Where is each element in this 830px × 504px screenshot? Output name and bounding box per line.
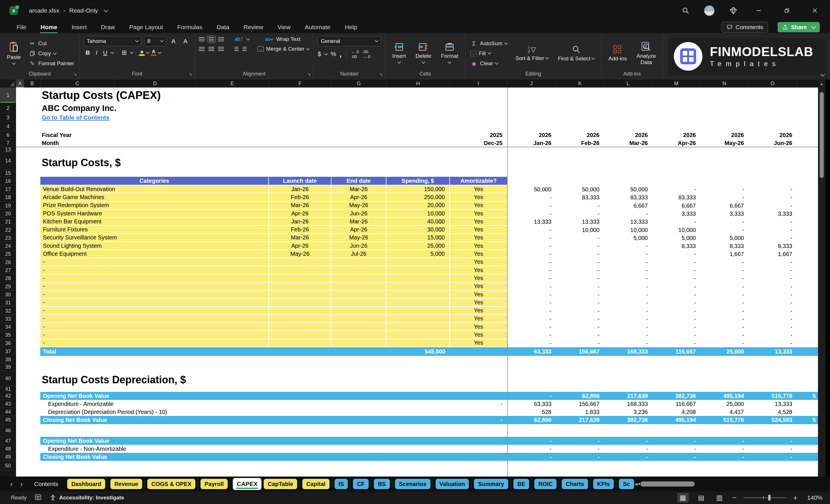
menu-tab-draw[interactable]: Draw	[100, 23, 116, 32]
capex-table-header[interactable]: End date	[331, 177, 386, 185]
depreciation-value-cell[interactable]: -	[556, 437, 600, 445]
monthly-spend-cell[interactable]: -	[652, 291, 696, 298]
row-header-33[interactable]: 33	[0, 315, 16, 323]
align-top-icon[interactable]	[199, 37, 204, 41]
capex-table-cell[interactable]	[269, 291, 331, 298]
monthly-spend-cell[interactable]: -	[556, 291, 600, 298]
monthly-spend-cell[interactable]: -	[507, 323, 551, 331]
depreciation-value-cell[interactable]: -	[507, 437, 551, 445]
column-header-K[interactable]: K	[556, 80, 604, 88]
capex-table-cell[interactable]: Apr-26	[331, 226, 386, 234]
table-of-contents-link[interactable]: Go to Table of Contents	[42, 113, 213, 122]
underline-button[interactable]: U	[101, 49, 109, 56]
orientation-button[interactable]: ab⤴	[234, 36, 243, 42]
monthly-spend-cell[interactable]: -	[604, 242, 648, 250]
capex-table-cell[interactable]	[386, 315, 450, 323]
monthly-spend-cell[interactable]: -	[556, 331, 600, 339]
capex-table-cell[interactable]: Mar-26	[331, 218, 386, 226]
capex-table-cell[interactable]: 5,000	[386, 250, 450, 258]
row-header-41[interactable]: 41	[0, 386, 16, 392]
currency-format-button[interactable]: $	[317, 50, 321, 58]
monthly-spend-cell[interactable]: -	[507, 315, 551, 323]
monthly-spend-cell[interactable]: -	[700, 283, 744, 291]
capex-table-cell[interactable]: Office Equipment	[40, 250, 269, 258]
capex-table-cell[interactable]	[269, 315, 331, 323]
depreciation-value-cell[interactable]: 4,417	[700, 408, 744, 416]
depreciation-value-cell[interactable]: 515,778	[748, 392, 792, 400]
sort-filter-button[interactable]: AZ▽ Sort & Filter	[513, 44, 551, 62]
vertical-scrollbar[interactable]: ▲	[818, 80, 825, 476]
monthly-spend-cell[interactable]: -	[556, 242, 600, 250]
depreciation-value-cell[interactable]: 62,806	[507, 416, 551, 424]
capex-table-cell[interactable]: Jan-26	[269, 218, 331, 226]
workbook-statistics-icon[interactable]	[35, 494, 41, 502]
monthly-spend-cell[interactable]: -	[556, 266, 600, 274]
capex-table-cell[interactable]: May-26	[331, 234, 386, 242]
accessibility-status[interactable]: Accessibility: Investigate	[59, 495, 124, 501]
capex-table-cell[interactable]	[269, 258, 331, 266]
row-header-36[interactable]: 36	[0, 339, 16, 347]
wrap-text-button[interactable]: ab↩Wrap Text	[265, 36, 300, 42]
monthly-spend-cell[interactable]: -	[748, 339, 792, 347]
column-header-C[interactable]: C	[40, 80, 115, 88]
fiscal-year-value[interactable]: 2026	[652, 131, 696, 139]
align-center-icon[interactable]	[209, 47, 214, 51]
row-header-19[interactable]: 19	[0, 202, 16, 210]
increase-font-button[interactable]: Aˆ	[169, 38, 179, 44]
monthly-spend-cell[interactable]: -	[748, 193, 792, 201]
month-value[interactable]: Jun-26	[748, 139, 792, 147]
capex-table-cell[interactable]: -	[40, 339, 269, 347]
monthly-spend-cell[interactable]: 5,000	[700, 234, 744, 242]
font-dialog-launcher[interactable]: ⇘	[189, 71, 192, 77]
monthly-spend-cell[interactable]: -	[652, 266, 696, 274]
capex-table-cell[interactable]: Yes	[450, 234, 507, 242]
monthly-spend-cell[interactable]: -	[604, 258, 648, 266]
row-header-25[interactable]: 25	[0, 250, 16, 258]
menu-tab-home[interactable]: Home	[40, 23, 58, 32]
avatar[interactable]	[704, 5, 714, 16]
column-header-N[interactable]: N	[700, 80, 748, 88]
monthly-spend-cell[interactable]: -	[507, 298, 551, 307]
capex-table-cell[interactable]	[331, 298, 386, 307]
row-header-47[interactable]: 47	[0, 437, 16, 445]
capex-table-cell[interactable]	[386, 298, 450, 307]
monthly-spend-cell[interactable]: -	[604, 266, 648, 274]
depreciation-value-cell[interactable]: 168,333	[604, 400, 648, 408]
capex-table-cell[interactable]	[331, 323, 386, 331]
capex-table-cell[interactable]: Yes	[450, 274, 507, 282]
row-header-24[interactable]: 24	[0, 242, 16, 250]
depreciation-value-cell[interactable]: -	[450, 416, 503, 424]
monthly-spend-cell[interactable]: -	[700, 339, 744, 347]
monthly-spend-cell[interactable]: 6,667	[700, 202, 744, 210]
comma-format-button[interactable]: ,	[340, 50, 342, 59]
menu-tab-insert[interactable]: Insert	[71, 23, 87, 32]
capex-table-cell[interactable]	[269, 266, 331, 274]
total-monthly-value[interactable]: 63,333	[507, 347, 551, 356]
scroll-up-arrow-icon[interactable]: ▲	[818, 80, 825, 88]
monthly-spend-cell[interactable]: 10,000	[604, 226, 648, 234]
sheet-tab-contents[interactable]: Contents	[30, 479, 62, 489]
capex-table-cell[interactable]: Yes	[450, 283, 507, 291]
monthly-spend-cell[interactable]: -	[700, 307, 744, 315]
sheet-tab-roic[interactable]: ROIC	[534, 479, 556, 489]
capex-table-cell[interactable]	[386, 331, 450, 339]
monthly-spend-cell[interactable]: -	[700, 298, 744, 307]
row-header-39[interactable]: 39	[0, 363, 16, 371]
monthly-spend-cell[interactable]: -	[507, 307, 551, 315]
align-left-icon[interactable]	[199, 47, 204, 51]
month-value[interactable]: Feb-26	[556, 139, 600, 147]
menu-tab-page-layout[interactable]: Page Layout	[129, 23, 164, 32]
monthly-spend-cell[interactable]: 8,333	[748, 242, 792, 250]
capex-table-cell[interactable]	[269, 274, 331, 282]
monthly-spend-cell[interactable]: -	[748, 226, 792, 234]
menu-tab-file[interactable]: File	[16, 23, 27, 32]
sheet-tab-bs[interactable]: BS	[374, 479, 390, 489]
clipboard-dialog-launcher[interactable]: ⇘	[73, 71, 77, 77]
monthly-spend-cell[interactable]: -	[748, 274, 792, 282]
capex-table-cell[interactable]: 150,000	[386, 185, 450, 193]
autosum-button[interactable]: ΣAutoSum	[469, 40, 509, 48]
select-all-corner[interactable]	[0, 80, 16, 88]
depreciation-value-cell[interactable]: -	[748, 453, 792, 461]
monthly-spend-cell[interactable]: -	[507, 258, 551, 266]
sheet-tab-sc[interactable]: Sc	[619, 479, 634, 489]
